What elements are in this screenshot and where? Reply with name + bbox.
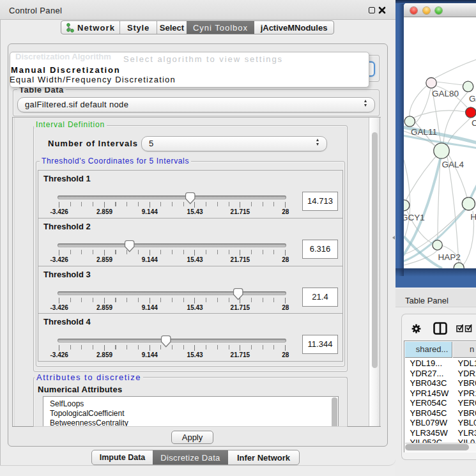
svg-text:H: H	[470, 212, 476, 222]
svg-text:GCY1: GCY1	[404, 213, 425, 222]
svg-text:HAP2: HAP2	[438, 252, 461, 262]
svg-text:GAL80: GAL80	[432, 89, 459, 98]
svg-text:GAL4: GAL4	[442, 160, 464, 169]
svg-text:C: C	[472, 118, 476, 128]
svg-text:GA: GA	[469, 94, 476, 104]
svg-text:GAL11: GAL11	[411, 127, 437, 137]
